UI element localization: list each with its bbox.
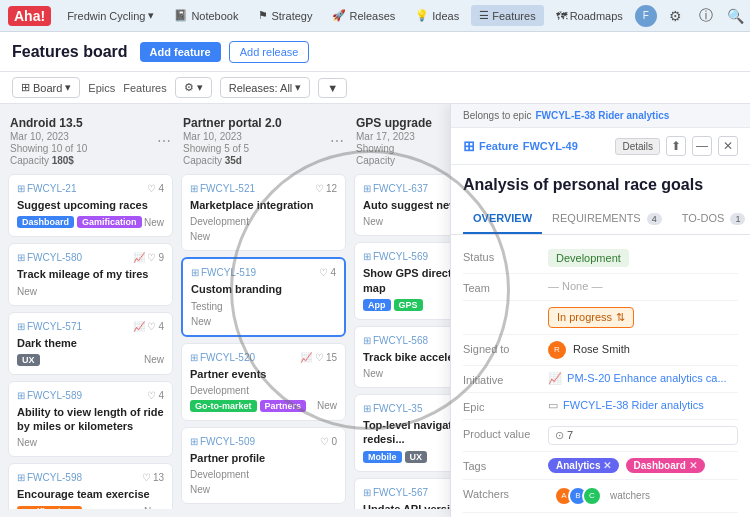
column-capacity-gps: Capacity (356, 155, 432, 166)
board-filter[interactable]: ⊞ Board ▾ (12, 77, 80, 98)
card-id-label: ⊞ FWCYL-571 (17, 321, 82, 332)
card-badges: UX (17, 354, 40, 366)
card-score: 📈 ♡ 15 (300, 352, 337, 363)
tab-requirements[interactable]: REQUIREMENTS 4 (542, 204, 672, 234)
score-chip[interactable]: ⊙ 7 (548, 426, 738, 445)
badge-gps: GPS (394, 299, 423, 311)
row-initiative: Initiative 📈 PM-S-20 Enhance analytics c… (463, 366, 738, 393)
remove-analytics-tag[interactable]: ✕ (603, 460, 611, 471)
features-filter[interactable]: Features (123, 82, 166, 94)
card-fwcyl-568[interactable]: ⊞ FWCYL-568 Track bike acceleration New (354, 326, 450, 388)
nav-user[interactable]: Fredwin Cycling ▾ (59, 5, 162, 26)
panel-body: Status Development Team — None — In prog… (451, 235, 750, 517)
search-icon[interactable]: 🔍 (725, 5, 747, 27)
cards-gps: ⊞ FWCYL-637 Auto suggest new routes New … (354, 174, 450, 509)
panel-epic: Belongs to epic FWCYL-E-38 Rider analyti… (451, 104, 750, 128)
card-status-text: Development (190, 216, 337, 227)
card-score: ♡ 4 (319, 267, 336, 278)
card-title: Top-level navigation redesi... (363, 418, 450, 447)
panel-tabs: OVERVIEW REQUIREMENTS 4 TO-DOS 1 ⋯ (451, 204, 750, 235)
card-fwcyl-637[interactable]: ⊞ FWCYL-637 Auto suggest new routes New (354, 174, 450, 236)
card-id-label: ⊞ FWCYL-521 (190, 183, 255, 194)
remove-dashboard-tag[interactable]: ✕ (689, 460, 697, 471)
row-assigned: Signed to R Rose Smith (463, 335, 738, 366)
epic-value[interactable]: FWCYL-E-38 Rider analytics (563, 399, 704, 411)
share-icon[interactable]: ⬆ (666, 136, 686, 156)
row-inprogress: In progress ⇅ (463, 301, 738, 335)
nav-notebook[interactable]: 📓 Notebook (166, 5, 246, 26)
req-count: 4 (647, 213, 662, 225)
tag-dashboard[interactable]: Dashboard ✕ (626, 458, 705, 473)
card-fwcyl-589[interactable]: ⊞ FWCYL-589 ♡ 4 Ability to view length o… (8, 381, 173, 458)
label-assigned: Signed to (463, 341, 548, 355)
column-more-partner[interactable]: ⋯ (330, 133, 344, 149)
details-button[interactable]: Details (615, 138, 660, 155)
nav-strategy[interactable]: ⚑ Strategy (250, 5, 320, 26)
info-icon[interactable]: ⓘ (695, 5, 717, 27)
tab-todos[interactable]: TO-DOS 1 (672, 204, 750, 234)
card-status: New (144, 217, 164, 228)
card-status-text: Development (190, 385, 337, 396)
column-android: Android 13.5 Mar 10, 2023 Showing 10 of … (8, 112, 173, 509)
user-avatar[interactable]: F (635, 5, 657, 27)
column-showing-android: Showing 10 of 10 (10, 143, 87, 154)
second-nav: Features board Add feature Add release (0, 32, 750, 72)
card-badges: Notifications (17, 506, 82, 509)
nav-roadmaps[interactable]: 🗺 Roadmaps (548, 6, 631, 26)
badge-partners: Partners (260, 400, 307, 412)
initiative-value[interactable]: PM-S-20 Enhance analytics ca... (567, 372, 727, 384)
card-new: New (191, 316, 211, 327)
row-team: Team — None — (463, 274, 738, 301)
badge-dashboard: Dashboard (17, 216, 74, 228)
card-id-label: ⊞ FWCYL-519 (191, 267, 256, 278)
watcher-avatars: A B C (554, 486, 602, 506)
card-status: New (363, 368, 383, 379)
card-fwcyl-521[interactable]: ⊞ FWCYL-521 ♡ 12 Marketplace integration… (181, 174, 346, 251)
card-fwcyl-569[interactable]: ⊞ FWCYL-569 Show GPS direction on map Ap… (354, 242, 450, 320)
main-content: Android 13.5 Mar 10, 2023 Showing 10 of … (0, 104, 750, 517)
card-fwcyl-580[interactable]: ⊞ FWCYL-580 📈 ♡ 9 Track mileage of my ti… (8, 243, 173, 305)
close-icon[interactable]: ✕ (718, 136, 738, 156)
cards-android: ⊞ FWCYL-21 ♡ 4 Suggest upcoming races Da… (8, 174, 173, 509)
add-release-button[interactable]: Add release (229, 41, 310, 63)
nav-features[interactable]: ☰ Features (471, 5, 543, 26)
nav-releases[interactable]: 🚀 Releases (324, 5, 403, 26)
card-fwcyl-509[interactable]: ⊞ FWCYL-509 ♡ 0 Partner profile Developm… (181, 427, 346, 504)
card-fwcyl-35[interactable]: ⊞ FWCYL-35 Top-level navigation redesi..… (354, 394, 450, 472)
minimize-icon[interactable]: — (692, 136, 712, 156)
card-fwcyl-571[interactable]: ⊞ FWCYL-571 📈 ♡ 4 Dark theme UX New (8, 312, 173, 375)
card-title: Partner profile (190, 451, 337, 465)
card-id-label: ⊞ FWCYL-509 (190, 436, 255, 447)
nav-ideas[interactable]: 💡 Ideas (407, 5, 467, 26)
tab-overview[interactable]: OVERVIEW (463, 204, 542, 234)
add-feature-button[interactable]: Add feature (140, 42, 221, 62)
more-filter[interactable]: ▼ (318, 78, 347, 98)
card-fwcyl-598[interactable]: ⊞ FWCYL-598 ♡ 13 Encourage team exercise… (8, 463, 173, 509)
assigned-avatar: R (548, 341, 566, 359)
right-panel: Belongs to epic FWCYL-E-38 Rider analyti… (450, 104, 750, 517)
settings-filter[interactable]: ⚙ ▾ (175, 77, 212, 98)
column-title-android: Android 13.5 (10, 116, 87, 130)
column-meta-android: Mar 10, 2023 (10, 131, 87, 142)
card-new: New (190, 484, 210, 495)
column-more-android[interactable]: ⋯ (157, 133, 171, 149)
card-status: New (363, 216, 383, 227)
filter-bar: ⊞ Board ▾ Epics Features ⚙ ▾ Releases: A… (0, 72, 750, 104)
in-progress-badge[interactable]: In progress ⇅ (548, 307, 634, 328)
card-fwcyl-519[interactable]: ⊞ FWCYL-519 ♡ 4 Custom branding Testing … (181, 257, 346, 336)
card-fwcyl-520[interactable]: ⊞ FWCYL-520 📈 ♡ 15 Partner events Develo… (181, 343, 346, 421)
epics-filter[interactable]: Epics (88, 82, 115, 94)
status-badge[interactable]: Development (548, 249, 629, 267)
epic-id[interactable]: FWCYL-E-38 Rider analytics (535, 110, 669, 121)
card-fwcyl-21[interactable]: ⊞ FWCYL-21 ♡ 4 Suggest upcoming races Da… (8, 174, 173, 237)
column-capacity-partner: Capacity 35d (183, 155, 282, 166)
card-badges: Dashboard Gamification (17, 216, 142, 228)
card-fwcyl-567[interactable]: ⊞ FWCYL-567 Update API version New (354, 478, 450, 509)
label-watchers: Watchers (463, 486, 548, 500)
card-score: ♡ 4 (147, 183, 164, 194)
settings-icon[interactable]: ⚙ (665, 5, 687, 27)
column-meta-partner: Mar 10, 2023 (183, 131, 282, 142)
tag-analytics[interactable]: Analytics ✕ (548, 458, 619, 473)
value-status: Development (548, 249, 738, 267)
releases-filter[interactable]: Releases: All ▾ (220, 77, 311, 98)
